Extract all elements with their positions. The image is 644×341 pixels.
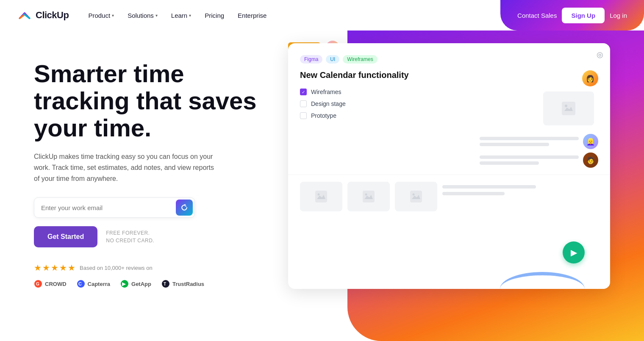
task-row-1: ✓ Wireframes — [300, 89, 471, 95]
checkbox-empty-1[interactable] — [300, 100, 307, 107]
contact-sales-link[interactable]: Contact Sales — [517, 12, 557, 19]
nav-enterprise[interactable]: Enterprise — [232, 8, 272, 22]
avatar-1: 👩 — [582, 70, 598, 86]
hero-subtitle: ClickUp makes time tracking easy so you … — [34, 151, 220, 184]
free-text: FREE FOREVER. NO CREDIT CARD. — [106, 229, 154, 244]
preview-image — [543, 91, 594, 125]
email-submit-button[interactable] — [176, 200, 193, 216]
svg-text:T: T — [164, 282, 166, 286]
bottom-lines — [442, 182, 598, 195]
svg-text:C: C — [78, 281, 82, 286]
svg-point-9 — [565, 105, 567, 107]
svg-rect-12 — [363, 191, 375, 202]
avatar-3: 🧑 — [583, 152, 598, 168]
task-row-3: Prototype — [300, 112, 471, 119]
trustradius-logo: T TrustRadius — [161, 280, 204, 288]
nav-solutions[interactable]: Solutions ▾ — [122, 8, 164, 22]
svg-rect-8 — [562, 102, 575, 115]
card-bottom — [288, 175, 610, 218]
star-rating: ★★★★★ — [34, 263, 76, 273]
get-started-button[interactable]: Get Started — [34, 226, 97, 247]
email-form — [34, 197, 195, 218]
solutions-chevron-icon: ▾ — [155, 13, 158, 18]
card-inner: Figma UI Wireframes New Calendar functio… — [288, 43, 610, 134]
task-label-3: Prototype — [311, 112, 336, 119]
svg-rect-14 — [410, 191, 422, 202]
app-card: ◎ Figma UI Wireframes New Calendar funct… — [288, 43, 610, 289]
blue-arc — [500, 272, 585, 289]
nav-links: Product ▾ Solutions ▾ Learn ▾ Pricing En… — [82, 8, 500, 22]
svg-point-15 — [413, 194, 415, 196]
svg-point-13 — [365, 194, 367, 196]
checkbox-checked[interactable]: ✓ — [300, 89, 307, 95]
task-tags: Figma UI Wireframes — [300, 55, 598, 64]
tag-ui: UI — [326, 55, 339, 64]
hero-left: Smarter time tracking that saves your ti… — [34, 47, 271, 288]
partner-logos: G CROWD C Capterra ▶ GetApp T TrustRadiu… — [34, 280, 271, 288]
capterra-logo: C Capterra — [77, 280, 110, 288]
nav-pricing[interactable]: Pricing — [199, 8, 230, 22]
reviews-row: ★★★★★ Based on 10,000+ reviews on — [34, 263, 271, 273]
hero-right: REVIEW 👩 ◎ Figma UI Wireframes New Calen… — [271, 47, 610, 289]
eye-icon[interactable]: ◎ — [597, 50, 603, 59]
getapp-logo: ▶ GetApp — [120, 280, 151, 288]
email-input[interactable] — [41, 204, 176, 211]
thumb-1 — [300, 182, 342, 211]
checkbox-empty-2[interactable] — [300, 112, 307, 119]
cta-row: Get Started FREE FOREVER. NO CREDIT CARD… — [34, 226, 271, 247]
login-link[interactable]: Log in — [610, 12, 627, 19]
task-label-1: Wireframes — [311, 89, 341, 95]
thumb-2 — [347, 182, 390, 211]
task-row-2: Design stage — [300, 100, 471, 107]
signup-button[interactable]: Sign Up — [562, 8, 605, 23]
task-title: New Calendar functionality — [300, 70, 471, 80]
avatar-2: 👱‍♀️ — [583, 134, 598, 149]
thumb-3 — [395, 182, 437, 211]
navbar: ClickUp Product ▾ Solutions ▾ Learn ▾ Pr… — [0, 0, 644, 30]
play-button[interactable]: ▶ — [563, 241, 585, 263]
review-text: Based on 10,000+ reviews on — [80, 265, 153, 271]
logo-text: ClickUp — [36, 10, 69, 21]
svg-point-11 — [318, 194, 320, 196]
g2-logo: G CROWD — [34, 280, 67, 288]
tag-figma: Figma — [300, 55, 322, 64]
nav-product[interactable]: Product ▾ — [82, 8, 120, 22]
hero-title: Smarter time tracking that saves your ti… — [34, 60, 271, 141]
task-label-2: Design stage — [311, 100, 346, 107]
nav-right: Contact Sales Sign Up Log in — [500, 0, 644, 30]
learn-chevron-icon: ▾ — [189, 13, 191, 18]
logo[interactable]: ClickUp — [17, 8, 69, 23]
svg-rect-10 — [315, 191, 327, 202]
svg-text:G: G — [36, 282, 39, 286]
nav-learn[interactable]: Learn ▾ — [165, 8, 197, 22]
hero-section: Smarter time tracking that saves your ti… — [0, 30, 644, 341]
tag-wireframes: Wireframes — [343, 55, 377, 64]
product-chevron-icon: ▾ — [112, 13, 114, 18]
